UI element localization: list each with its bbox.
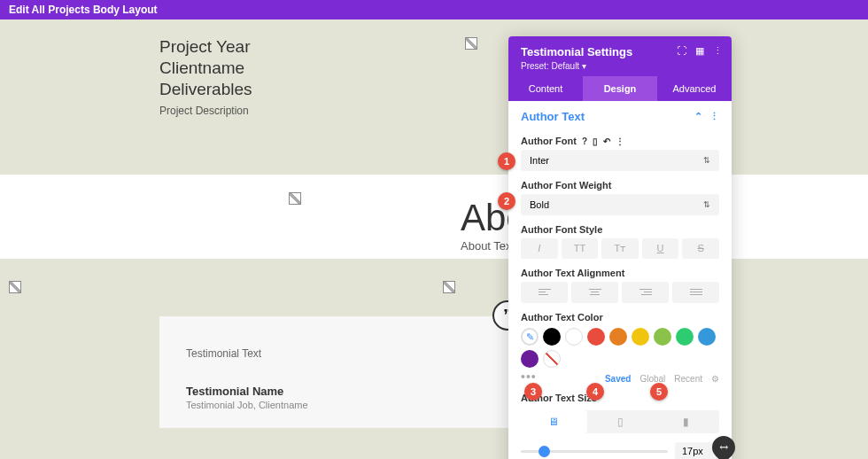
reset-icon[interactable]: ↶ <box>603 136 610 146</box>
badge-3: 3 <box>524 383 542 401</box>
responsive-tabs: 🖥 ▯ ▮ <box>521 410 719 433</box>
font-style-group: I TT Tᴛ U S <box>521 238 719 259</box>
phone-tab[interactable]: ▮ <box>653 410 719 433</box>
align-center-button[interactable] <box>571 282 618 303</box>
grid-icon[interactable]: ▦ <box>695 45 704 57</box>
author-font-label: Author Font <box>521 136 577 146</box>
strikethrough-button[interactable]: S <box>682 238 719 259</box>
text-size-slider-row: 17px <box>521 442 719 459</box>
badge-2: 2 <box>498 192 515 210</box>
help-icon[interactable]: ? <box>582 136 587 146</box>
options-icon[interactable]: ⋮ <box>616 136 624 146</box>
slider-thumb[interactable] <box>539 446 550 457</box>
meta-year: Project Year <box>159 37 252 57</box>
color-lime[interactable] <box>654 328 671 346</box>
color-tab-recent[interactable]: Recent <box>674 374 702 384</box>
font-weight-label: Author Font Weight <box>521 180 719 191</box>
section-author-text[interactable]: Author Text ⌃ ⋮ <box>508 101 732 128</box>
broken-image-icon <box>9 281 21 293</box>
author-font-select[interactable]: Inter ⇅ <box>521 150 719 171</box>
select-arrows-icon: ⇅ <box>703 156 710 165</box>
color-blue[interactable] <box>698 328 716 346</box>
text-color-label: Author Text Color <box>521 312 719 323</box>
color-tab-saved[interactable]: Saved <box>605 374 631 384</box>
italic-button[interactable]: I <box>521 238 558 259</box>
select-arrows-icon: ⇅ <box>703 200 710 209</box>
main-area: Project Year Clientname Deliverables Pro… <box>0 19 868 459</box>
tab-content[interactable]: Content <box>508 76 583 101</box>
meta-description: Project Description <box>159 105 252 117</box>
badge-5: 5 <box>650 383 668 401</box>
more-icon[interactable]: ⋮ <box>713 45 723 57</box>
more-colors-button[interactable]: ••• <box>521 370 537 384</box>
section-more-icon[interactable]: ⋮ <box>709 111 719 122</box>
preset-dropdown[interactable]: Preset: Default ▾ <box>521 61 719 71</box>
alignment-group <box>521 282 719 303</box>
font-weight-value: Bold <box>530 199 549 210</box>
align-right-button[interactable] <box>622 282 669 303</box>
color-none[interactable] <box>543 350 561 368</box>
align-left-button[interactable] <box>521 282 568 303</box>
align-justify-button[interactable] <box>672 282 719 303</box>
text-size-slider[interactable] <box>521 450 668 453</box>
smallcaps-button[interactable]: Tᴛ <box>601 238 639 259</box>
tab-advanced[interactable]: Advanced <box>657 76 732 101</box>
meta-deliverables: Deliverables <box>159 80 252 99</box>
tablet-icon[interactable]: ▯ <box>593 136 598 146</box>
underline-button[interactable]: U <box>642 238 679 259</box>
desktop-tab[interactable]: 🖥 <box>521 410 587 433</box>
author-font-label-row: Author Font ? ▯ ↶ ⋮ <box>521 136 719 146</box>
white-band <box>0 175 868 259</box>
page-header: Edit All Projects Body Layout <box>0 0 868 19</box>
about-text: About Text <box>461 239 515 253</box>
section-body: Author Font ? ▯ ↶ ⋮ Inter ⇅ Author Font … <box>508 136 732 459</box>
meta-client: Clientname <box>159 58 252 78</box>
gear-icon[interactable]: ⚙ <box>711 374 719 384</box>
color-yellow[interactable] <box>632 328 649 346</box>
broken-image-icon <box>465 37 477 50</box>
panel-header: Testimonial Settings Preset: Default ▾ ⛶… <box>508 36 732 76</box>
color-white[interactable] <box>565 328 583 346</box>
color-green[interactable] <box>676 328 694 346</box>
color-purple[interactable] <box>521 350 539 368</box>
color-swatches: ✎ <box>521 328 719 368</box>
color-picker-button[interactable]: ✎ <box>521 328 539 346</box>
color-red[interactable] <box>587 328 605 346</box>
uppercase-button[interactable]: TT <box>562 238 599 259</box>
color-tab-global[interactable]: Global <box>639 374 665 384</box>
color-orange[interactable] <box>609 328 627 346</box>
broken-image-icon <box>289 192 301 205</box>
badge-1: 1 <box>498 152 515 170</box>
settings-panel: Testimonial Settings Preset: Default ▾ ⛶… <box>508 36 732 459</box>
section-title: Author Text <box>521 110 585 123</box>
font-weight-select[interactable]: Bold ⇅ <box>521 194 719 215</box>
expand-icon[interactable]: ⛶ <box>677 45 686 57</box>
project-meta: Project Year Clientname Deliverables Pro… <box>159 37 252 117</box>
badge-4: 4 <box>586 383 604 401</box>
color-black[interactable] <box>543 328 561 346</box>
panel-tabs: Content Design Advanced <box>508 76 732 101</box>
page-title: Edit All Projects Body Layout <box>9 4 158 16</box>
tab-design[interactable]: Design <box>583 76 657 101</box>
broken-image-icon <box>443 281 455 293</box>
color-tabs: Saved Global Recent ⚙ <box>605 374 719 384</box>
collapse-icon[interactable]: ⌃ <box>694 111 702 122</box>
alignment-label: Author Text Alignment <box>521 268 719 278</box>
author-font-value: Inter <box>530 155 549 166</box>
text-size-label: Author Text Size <box>521 393 719 403</box>
tablet-tab[interactable]: ▯ <box>587 410 654 433</box>
font-style-label: Author Font Style <box>521 224 719 235</box>
